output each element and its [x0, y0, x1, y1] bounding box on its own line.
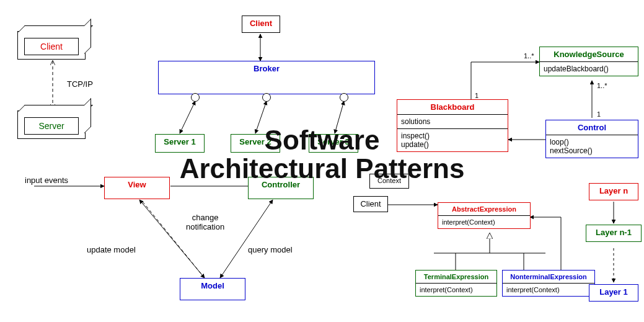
- mult-many-a: 1..*: [524, 52, 534, 60]
- knowledgesource-box: KnowledgeSource updateBlackboard(): [539, 47, 638, 76]
- server2-box: Server 2: [231, 134, 280, 153]
- svg-line-3: [255, 101, 267, 133]
- interp-client-box: Client: [353, 196, 388, 212]
- layer-1-label: Layer 1: [589, 285, 638, 299]
- view-box: View: [104, 177, 170, 199]
- svg-line-2: [180, 101, 195, 133]
- svg-line-9: [139, 200, 205, 278]
- mult-1-b: 1: [597, 110, 601, 118]
- title-line-2: Architectural Patterns: [180, 154, 465, 183]
- blackboard-inspect: inspect(): [401, 132, 504, 140]
- broker-client-label: Client: [242, 16, 280, 30]
- control-box: Control loop() nextSource(): [545, 120, 638, 158]
- server-label: Server: [24, 117, 79, 135]
- control-title: Control: [546, 120, 638, 135]
- controller-label: Controller: [249, 177, 313, 192]
- layer-n-1-box: Layer n-1: [586, 225, 642, 242]
- controller-box: Controller: [248, 177, 314, 199]
- lollipop-3: [340, 93, 348, 102]
- view-label: View: [105, 177, 169, 192]
- lollipop-2: [262, 93, 271, 102]
- blackboard-ops: inspect() update(): [397, 129, 508, 151]
- nonterminal-expression-method: interpret(Context): [503, 284, 594, 296]
- layer-1-box: Layer 1: [589, 284, 638, 302]
- terminal-expression-box: TerminalExpression interpret(Context): [415, 270, 497, 297]
- mult-many-b: 1..*: [597, 82, 607, 89]
- server1-box: Server 1: [155, 134, 205, 153]
- lollipop-1: [191, 93, 200, 102]
- abstract-expression-method: interpret(Context): [438, 216, 530, 228]
- knowledgesource-title: KnowledgeSource: [540, 47, 638, 62]
- nonterminal-expression-title: NonterminalExpression: [503, 271, 594, 284]
- client-label: Client: [24, 38, 79, 55]
- interp-client-label: Client: [354, 197, 387, 211]
- server2-label: Server 2: [231, 135, 280, 149]
- server-box: Server: [17, 110, 86, 139]
- layer-n-box: Layer n: [589, 183, 638, 200]
- server3-label: Server 3: [309, 135, 358, 149]
- broker-box: Broker: [158, 61, 375, 94]
- abstract-expression-title: AbstractExpression: [438, 203, 530, 216]
- query-model-label: query model: [248, 245, 293, 254]
- interp-context-label: Context: [370, 174, 408, 187]
- control-nextsource: nextSource(): [550, 146, 634, 155]
- abstract-expression-box: AbstractExpression interpret(Context): [438, 202, 531, 229]
- control-loop: loop(): [550, 138, 634, 146]
- blackboard-update: update(): [401, 140, 504, 149]
- client-box: Client: [17, 31, 86, 60]
- broker-label: Broker: [159, 61, 374, 76]
- server3-box: Server 3: [309, 134, 358, 153]
- broker-client-box: Client: [242, 16, 280, 33]
- server1-label: Server 1: [156, 135, 204, 149]
- layer-n-label: Layer n: [589, 184, 638, 198]
- model-label: Model: [180, 279, 245, 293]
- svg-line-10: [220, 200, 273, 278]
- interp-context-box: Context: [369, 174, 409, 189]
- svg-line-4: [335, 101, 344, 133]
- blackboard-title: Blackboard: [397, 100, 508, 115]
- change-notification-label: change notification: [186, 213, 224, 231]
- terminal-expression-title: TerminalExpression: [416, 271, 496, 284]
- terminal-expression-method: interpret(Context): [416, 284, 496, 296]
- layer-n-1-label: Layer n-1: [586, 225, 641, 239]
- tcpip-label: TCP/IP: [67, 79, 93, 89]
- blackboard-box: Blackboard solutions inspect() update(): [397, 99, 508, 152]
- blackboard-attr: solutions: [397, 115, 508, 129]
- knowledgesource-op: updateBlackboard(): [540, 62, 638, 76]
- update-model-label: update model: [87, 245, 136, 254]
- nonterminal-expression-box: NonterminalExpression interpret(Context): [502, 270, 595, 297]
- mult-1-a: 1: [475, 92, 479, 99]
- model-box: Model: [180, 278, 245, 300]
- input-events-label: input events: [25, 176, 68, 185]
- control-ops: loop() nextSource(): [546, 135, 638, 158]
